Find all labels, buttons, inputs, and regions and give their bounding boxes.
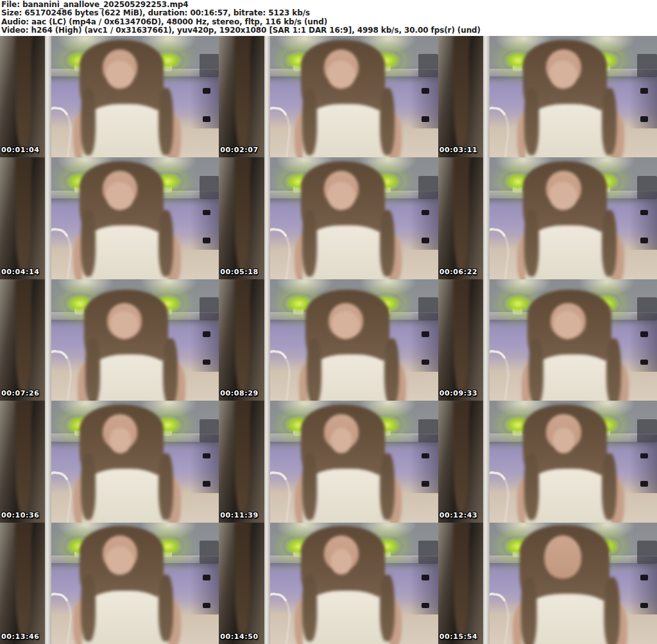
hair-strand (81, 88, 96, 155)
mirror-reflection (219, 279, 265, 401)
mirror-frame-pole (264, 157, 271, 279)
wall-switch (422, 575, 429, 580)
person-figure (74, 526, 180, 644)
mirror-frame-pole (45, 36, 51, 157)
thumbnail-image (219, 523, 438, 644)
hair-strand (81, 453, 96, 520)
video-thumbnail: 00:14:50 (219, 523, 438, 644)
wall-switch (203, 481, 210, 487)
hair-strand (524, 453, 539, 520)
mirror-hair (235, 279, 250, 391)
thumbnail-image (0, 157, 219, 279)
thumbnail-image (438, 279, 657, 401)
video-thumbnail: 00:07:26 (0, 279, 219, 401)
thumbnail-image (0, 401, 219, 522)
mirror-reflection (438, 279, 484, 401)
contact-sheet-page: File: bananini_anallove_202505292253.mp4… (0, 0, 657, 644)
wall-switch (640, 453, 648, 459)
mirror-reflection (219, 523, 265, 644)
thumbnail-image (219, 36, 438, 157)
mirror-frame-pole (45, 279, 51, 401)
hair-strand (384, 338, 399, 401)
hair-strand (158, 453, 173, 520)
mirror-hair (235, 401, 250, 512)
video-thumbnail: 00:05:18 (219, 157, 438, 279)
thumbnail-image (438, 523, 657, 644)
thumbnail-image (219, 401, 438, 522)
wall-switch (203, 116, 210, 122)
mirror-reflection (0, 36, 46, 157)
hair-strand (524, 210, 539, 277)
wall-switch (640, 481, 648, 487)
person-figure (300, 290, 405, 401)
mirror-hair (15, 523, 31, 634)
timestamp-overlay: 00:15:54 (439, 632, 478, 641)
person-figure (79, 290, 184, 401)
mirror-reflection (438, 36, 484, 157)
thumbnail-image (438, 401, 657, 522)
wall-switch (422, 331, 429, 337)
mirror-hair (235, 36, 250, 148)
timestamp-overlay: 00:14:50 (220, 632, 259, 641)
mirror-reflection (438, 157, 484, 279)
hair-strand (81, 210, 96, 277)
wall-switch (640, 88, 648, 94)
mirror-hair (454, 279, 469, 391)
thumbnail-image (219, 157, 438, 279)
wall-switch (203, 360, 210, 365)
hair-strand (85, 338, 100, 401)
mirror-frame-pole (264, 279, 271, 401)
mirror-reflection (438, 523, 484, 644)
wall-switch (640, 331, 648, 337)
hair-strand (302, 575, 317, 641)
mirror-hair (15, 279, 31, 391)
mirror-reflection (0, 279, 46, 401)
thumbnail-image (438, 157, 657, 279)
timestamp-overlay: 00:11:39 (220, 511, 259, 519)
wall-switch (640, 238, 648, 243)
mirror-frame-pole (45, 157, 51, 279)
thumbnail-image (219, 279, 438, 401)
hand (109, 428, 131, 453)
video-thumbnail: 00:15:54 (438, 523, 657, 644)
hair-strand (380, 575, 395, 641)
video-thumbnail: 00:06:22 (438, 157, 657, 279)
video-thumbnail: 00:12:43 (438, 401, 657, 522)
wall-switch (203, 603, 210, 609)
wall-switch (203, 331, 210, 337)
timestamp-overlay: 00:06:22 (439, 268, 478, 276)
wall-switch (203, 238, 210, 243)
wall-switch (203, 210, 210, 216)
hair-strand (158, 575, 173, 641)
mirror-frame-pole (483, 279, 490, 401)
hair-strand (602, 210, 617, 277)
file-info-header: File: bananini_anallove_202505292253.mp4… (0, 0, 657, 36)
hair-strand (606, 338, 621, 401)
mirror-hair (454, 36, 469, 148)
video-thumbnail: 00:13:46 (0, 523, 219, 644)
wall-switch (422, 453, 429, 459)
timestamp-overlay: 00:10:36 (1, 511, 40, 519)
video-thumbnail: 00:04:14 (0, 157, 219, 279)
timestamp-overlay: 00:02:07 (220, 146, 259, 154)
mirror-frame-pole (264, 523, 271, 644)
wall-switch (422, 603, 429, 609)
timestamp-overlay: 00:13:46 (1, 632, 40, 641)
hair-strand (380, 88, 395, 155)
video-thumbnail: 00:08:29 (219, 279, 438, 401)
hair-strand (302, 453, 317, 520)
person-figure (74, 161, 180, 279)
mirror-reflection (219, 36, 265, 157)
video-thumbnail: 00:11:39 (219, 401, 438, 522)
mirror-hair (15, 401, 31, 512)
timestamp-overlay: 00:05:18 (220, 268, 259, 276)
timestamp-overlay: 00:04:14 (1, 268, 40, 276)
thumbnail-grid: 00:01:04 (0, 36, 657, 644)
hair-strand (302, 210, 317, 277)
hair-strand (163, 338, 178, 401)
thumbnail-image (0, 279, 219, 401)
wall-switch (422, 238, 429, 243)
timestamp-overlay: 00:03:11 (439, 146, 478, 154)
wall-switch (640, 116, 648, 122)
mirror-reflection (219, 401, 265, 522)
